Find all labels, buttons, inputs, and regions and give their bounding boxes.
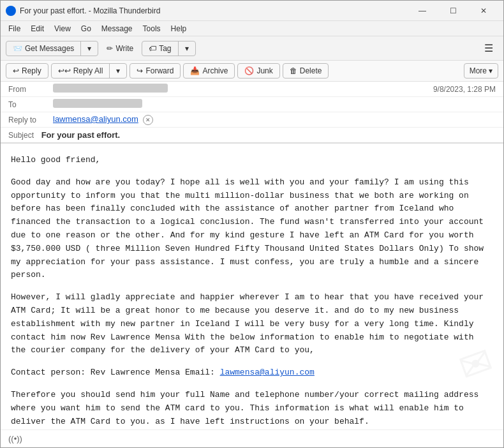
menu-edit[interactable]: Edit	[26, 23, 49, 34]
email-header: ↩ Reply ↩↩ Reply All ▾ ↪ Forward 📥 Arch	[1, 61, 503, 144]
forward-label: Forward	[145, 66, 174, 75]
contact-text: Contact person: Rev Lawrence Mensa Email…	[11, 368, 220, 377]
close-button[interactable]: ✕	[469, 1, 498, 21]
app-icon	[6, 6, 16, 16]
maximize-button[interactable]: ☐	[438, 1, 468, 21]
forward-button[interactable]: ↪ Forward	[130, 63, 181, 78]
reply-icon: ↩	[13, 66, 19, 75]
reply-to-value: lawmensa@aliyun.com ✕	[53, 114, 496, 125]
minimize-button[interactable]: —	[408, 1, 437, 21]
reply-button[interactable]: ↩ Reply	[6, 63, 48, 78]
get-messages-group: 📨 Get Messages ▾	[6, 41, 98, 56]
reply-to-info-icon[interactable]: ✕	[143, 115, 153, 125]
menu-help[interactable]: Help	[166, 23, 192, 34]
main-window: For your past effort. - Mozilla Thunderb…	[0, 0, 504, 448]
reply-all-dropdown[interactable]: ▾	[110, 64, 126, 78]
reply-all-dropdown-icon: ▾	[116, 66, 120, 75]
paragraph-3: Therefore you should send him your full …	[11, 389, 493, 428]
menubar: File Edit View Go Message Tools Help	[1, 21, 503, 36]
write-icon: ✏	[107, 44, 113, 53]
archive-icon: 📥	[190, 66, 200, 75]
tag-dropdown[interactable]: ▾	[179, 41, 195, 56]
reply-all-icon: ↩↩	[58, 66, 71, 75]
reply-all-label: Reply All	[73, 66, 103, 75]
action-bar: ↩ Reply ↩↩ Reply All ▾ ↪ Forward 📥 Arch	[1, 61, 503, 82]
signal-icon: ((•))	[8, 434, 22, 444]
reply-to-email[interactable]: lawmensa@aliyun.com	[53, 114, 138, 124]
archive-button[interactable]: 📥 Archive	[183, 63, 235, 78]
reply-to-label: Reply to	[8, 116, 53, 124]
tag-dropdown-icon: ▾	[185, 44, 189, 53]
more-button[interactable]: More ▾	[464, 63, 498, 78]
get-messages-button[interactable]: 📨 Get Messages	[6, 41, 80, 56]
from-label: From	[8, 85, 53, 94]
contact-line: Contact person: Rev Lawrence Mensa Email…	[11, 366, 493, 380]
tag-icon: 🏷	[149, 44, 156, 53]
menu-go[interactable]: Go	[76, 23, 96, 34]
subject-label: Subject	[8, 131, 34, 140]
tag-button[interactable]: 🏷 Tag	[142, 41, 177, 56]
junk-label: Junk	[256, 66, 272, 75]
junk-button[interactable]: 🚫 Junk	[237, 63, 279, 78]
from-blurred	[53, 84, 168, 93]
to-value	[53, 99, 496, 110]
delete-icon: 🗑	[290, 66, 297, 75]
write-label: Write	[115, 44, 133, 53]
forward-icon: ↪	[137, 66, 143, 75]
reply-to-row: Reply to lawmensa@aliyun.com ✕	[1, 112, 503, 128]
paragraph-1: Good day and how are you today? I hope a…	[11, 176, 493, 282]
greeting: Hello good friend,	[11, 154, 493, 167]
email-date: 9/8/2023, 1:28 PM	[433, 85, 496, 94]
get-messages-icon: 📨	[13, 44, 22, 53]
menu-file[interactable]: File	[3, 23, 26, 34]
from-value	[53, 84, 433, 94]
junk-icon: 🚫	[244, 66, 254, 75]
delete-button[interactable]: 🗑 Delete	[283, 63, 329, 78]
paragraph-2: However, I will gladly appreciate and ha…	[11, 291, 493, 357]
dropdown-arrow-icon: ▾	[87, 44, 91, 53]
window-title: For your past effort. - Mozilla Thunderb…	[20, 6, 408, 15]
email-footer: ((•))	[1, 429, 503, 447]
subject-row: Subject For your past effort.	[1, 128, 503, 143]
menu-view[interactable]: View	[49, 23, 76, 34]
window-controls: — ☐ ✕	[408, 1, 498, 21]
hamburger-button[interactable]: ☰	[479, 40, 498, 57]
app-toolbar: 📨 Get Messages ▾ ✏ Write 🏷 Tag ▾ ☰	[1, 36, 503, 61]
subject-value: For your past effort.	[41, 130, 121, 140]
to-row: To	[1, 97, 503, 112]
to-label: To	[8, 100, 53, 109]
more-dropdown-icon: ▾	[489, 66, 493, 75]
reply-all-button[interactable]: ↩↩ Reply All	[52, 64, 110, 78]
email-body: Hello good friend, Good day and how are …	[1, 144, 503, 429]
titlebar: For your past effort. - Mozilla Thunderb…	[1, 1, 503, 21]
tag-label: Tag	[159, 44, 171, 53]
reply-label: Reply	[22, 66, 41, 75]
to-blurred	[53, 99, 142, 108]
menu-tools[interactable]: Tools	[138, 23, 166, 34]
tag-group: 🏷 Tag ▾	[142, 41, 195, 56]
get-messages-label: Get Messages	[25, 44, 74, 53]
archive-label: Archive	[202, 66, 228, 75]
menu-message[interactable]: Message	[96, 23, 138, 34]
get-messages-dropdown[interactable]: ▾	[81, 41, 98, 56]
delete-label: Delete	[300, 66, 322, 75]
contact-email-link[interactable]: lawmensa@aliyun.com	[220, 368, 315, 377]
write-button[interactable]: ✏ Write	[101, 41, 139, 56]
more-label: More	[470, 66, 487, 75]
from-row: From 9/8/2023, 1:28 PM	[1, 82, 503, 97]
reply-all-group: ↩↩ Reply All ▾	[51, 63, 128, 78]
